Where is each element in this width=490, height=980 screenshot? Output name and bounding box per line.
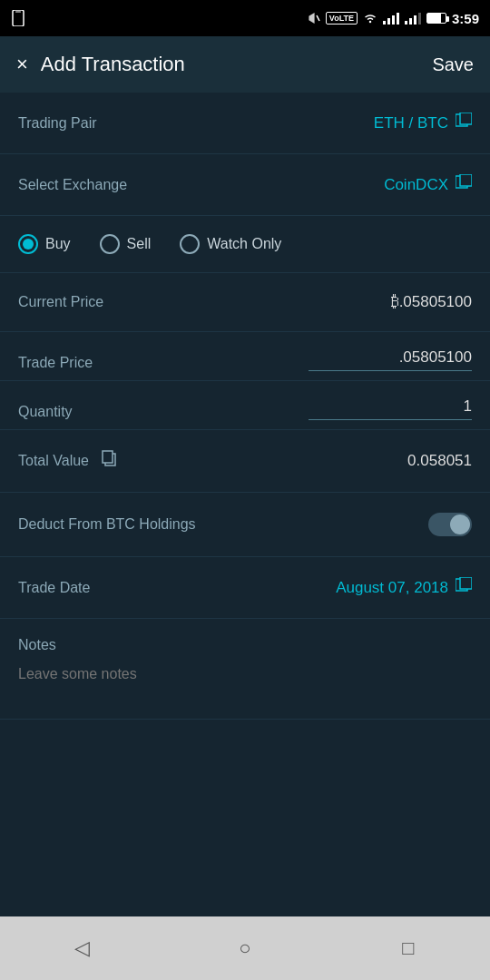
save-button[interactable]: Save <box>432 54 474 75</box>
radio-watch-only-label: Watch Only <box>207 236 281 252</box>
nav-back-button[interactable]: ◁ <box>64 930 100 966</box>
page-title: Add Transaction <box>41 53 185 76</box>
total-value-label: Total Value <box>18 453 89 469</box>
radio-buy-inner <box>23 239 34 250</box>
total-label-wrap: Total Value <box>18 450 120 472</box>
total-value-row: Total Value 0.058051 <box>0 430 490 493</box>
nav-back-icon: ◁ <box>74 936 90 960</box>
signal-icon-2 <box>405 12 421 24</box>
transaction-type-row: Buy Sell Watch Only <box>0 216 490 273</box>
svg-rect-0 <box>13 10 24 26</box>
current-price-value: ₿.05805100 <box>391 293 472 311</box>
trade-price-label: Trade Price <box>18 355 93 371</box>
quantity-label: Quantity <box>18 404 73 420</box>
trading-pair-label: Trading Pair <box>18 115 97 132</box>
trade-date-expand-icon <box>456 577 472 598</box>
status-time: 3:59 <box>452 11 479 26</box>
volte-badge: VoLTE <box>326 12 358 24</box>
nav-home-icon: ○ <box>239 936 250 960</box>
select-exchange-label: Select Exchange <box>18 177 127 193</box>
nav-home-button[interactable]: ○ <box>227 930 263 966</box>
copy-icon[interactable] <box>102 450 120 472</box>
battery-icon <box>426 13 446 24</box>
notes-section: Notes <box>0 619 490 720</box>
radio-sell-label: Sell <box>127 236 152 252</box>
radio-buy-circle <box>18 234 38 254</box>
current-price-row: Current Price ₿.05805100 <box>0 273 490 332</box>
select-exchange-text: CoinDCX <box>384 176 448 194</box>
current-price-label: Current Price <box>18 294 103 310</box>
svg-rect-8 <box>103 451 113 463</box>
svg-line-2 <box>317 15 319 21</box>
top-nav: × Add Transaction Save <box>0 36 490 93</box>
content-spacer <box>0 720 490 916</box>
trading-pair-row[interactable]: Trading Pair ETH / BTC <box>0 93 490 154</box>
notes-input[interactable] <box>18 666 472 719</box>
svg-rect-4 <box>460 113 472 124</box>
trade-price-input-wrap <box>309 348 472 371</box>
radio-sell-circle <box>100 234 120 254</box>
nav-recent-button[interactable]: □ <box>390 930 426 966</box>
bottom-nav: ◁ ○ □ <box>0 916 490 980</box>
svg-rect-1 <box>15 12 21 13</box>
trading-pair-expand-icon <box>456 113 472 133</box>
quantity-row: Quantity <box>0 381 490 430</box>
content: Trading Pair ETH / BTC Select Exchange C… <box>0 93 490 916</box>
top-nav-left: × Add Transaction <box>16 53 185 76</box>
trade-date-label: Trade Date <box>18 580 90 596</box>
select-exchange-value[interactable]: CoinDCX <box>384 174 472 195</box>
trade-price-input[interactable] <box>309 348 472 371</box>
svg-rect-10 <box>460 577 472 589</box>
total-value-amount: 0.058051 <box>407 452 472 470</box>
radio-watch-only-circle <box>180 234 200 254</box>
wifi-icon <box>363 13 377 24</box>
status-bar: VoLTE 3:59 <box>0 0 490 36</box>
notes-label: Notes <box>18 637 472 653</box>
radio-sell[interactable]: Sell <box>100 234 152 254</box>
radio-buy[interactable]: Buy <box>18 234 71 254</box>
select-exchange-expand-icon <box>456 174 472 195</box>
deduct-row: Deduct From BTC Holdings <box>0 493 490 557</box>
deduct-label: Deduct From BTC Holdings <box>18 516 196 533</box>
copy-svg <box>102 450 120 468</box>
deduct-toggle[interactable] <box>428 513 472 536</box>
select-exchange-row[interactable]: Select Exchange CoinDCX <box>0 154 490 216</box>
trading-pair-value[interactable]: ETH / BTC <box>374 113 472 133</box>
mute-icon <box>308 12 320 24</box>
quantity-input[interactable] <box>309 397 472 420</box>
toggle-knob <box>450 514 470 534</box>
status-bar-right: VoLTE 3:59 <box>308 11 479 26</box>
signal-icon <box>383 12 399 24</box>
close-button[interactable]: × <box>16 54 28 74</box>
svg-rect-6 <box>460 174 472 186</box>
nav-recent-icon: □ <box>402 936 414 960</box>
trading-pair-text: ETH / BTC <box>374 114 448 132</box>
trade-date-value-wrap[interactable]: August 07, 2018 <box>336 577 472 598</box>
radio-watch-only[interactable]: Watch Only <box>180 234 281 254</box>
trade-date-row[interactable]: Trade Date August 07, 2018 <box>0 557 490 619</box>
radio-buy-label: Buy <box>45 236 71 252</box>
phone-icon <box>11 10 25 26</box>
quantity-input-wrap <box>309 397 472 420</box>
trade-date-text: August 07, 2018 <box>336 579 448 597</box>
status-bar-left <box>11 10 25 26</box>
trade-price-row: Trade Price <box>0 332 490 381</box>
